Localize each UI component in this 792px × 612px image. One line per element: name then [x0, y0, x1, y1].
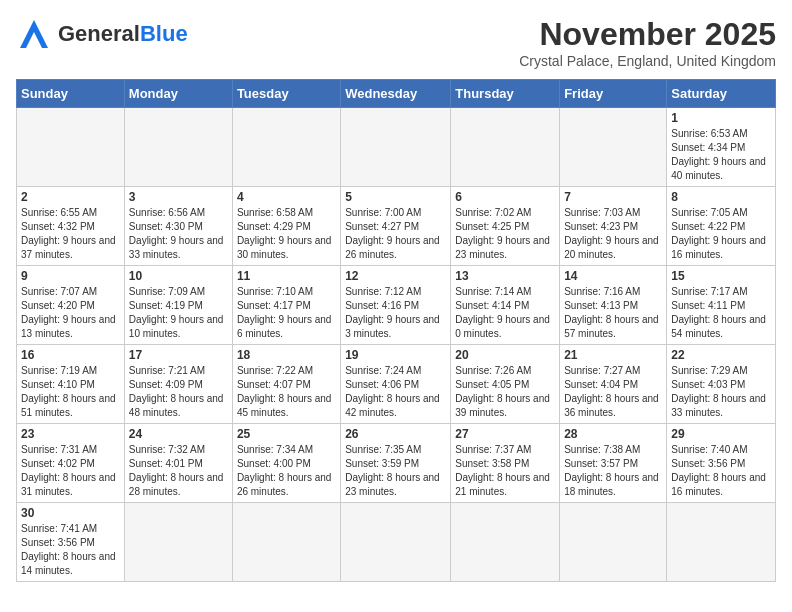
day-number: 20 — [455, 348, 555, 362]
calendar-day-cell: 8Sunrise: 7:05 AM Sunset: 4:22 PM Daylig… — [667, 187, 776, 266]
calendar-day-cell: 7Sunrise: 7:03 AM Sunset: 4:23 PM Daylig… — [560, 187, 667, 266]
day-number: 6 — [455, 190, 555, 204]
day-info: Sunrise: 7:41 AM Sunset: 3:56 PM Dayligh… — [21, 522, 120, 578]
calendar-day-cell — [232, 503, 340, 582]
day-number: 13 — [455, 269, 555, 283]
day-info: Sunrise: 7:02 AM Sunset: 4:25 PM Dayligh… — [455, 206, 555, 262]
day-info: Sunrise: 7:21 AM Sunset: 4:09 PM Dayligh… — [129, 364, 228, 420]
calendar-header-monday: Monday — [124, 80, 232, 108]
day-info: Sunrise: 7:00 AM Sunset: 4:27 PM Dayligh… — [345, 206, 446, 262]
day-info: Sunrise: 7:37 AM Sunset: 3:58 PM Dayligh… — [455, 443, 555, 499]
day-info: Sunrise: 7:26 AM Sunset: 4:05 PM Dayligh… — [455, 364, 555, 420]
calendar-day-cell: 19Sunrise: 7:24 AM Sunset: 4:06 PM Dayli… — [341, 345, 451, 424]
day-info: Sunrise: 7:27 AM Sunset: 4:04 PM Dayligh… — [564, 364, 662, 420]
calendar-day-cell: 3Sunrise: 6:56 AM Sunset: 4:30 PM Daylig… — [124, 187, 232, 266]
day-info: Sunrise: 7:19 AM Sunset: 4:10 PM Dayligh… — [21, 364, 120, 420]
day-info: Sunrise: 7:24 AM Sunset: 4:06 PM Dayligh… — [345, 364, 446, 420]
day-number: 25 — [237, 427, 336, 441]
day-number: 8 — [671, 190, 771, 204]
calendar-header-thursday: Thursday — [451, 80, 560, 108]
calendar-day-cell — [17, 108, 125, 187]
calendar-week-row: 1Sunrise: 6:53 AM Sunset: 4:34 PM Daylig… — [17, 108, 776, 187]
day-info: Sunrise: 7:14 AM Sunset: 4:14 PM Dayligh… — [455, 285, 555, 341]
day-info: Sunrise: 7:35 AM Sunset: 3:59 PM Dayligh… — [345, 443, 446, 499]
day-info: Sunrise: 7:16 AM Sunset: 4:13 PM Dayligh… — [564, 285, 662, 341]
calendar-day-cell — [124, 503, 232, 582]
calendar-day-cell: 10Sunrise: 7:09 AM Sunset: 4:19 PM Dayli… — [124, 266, 232, 345]
day-number: 16 — [21, 348, 120, 362]
day-number: 1 — [671, 111, 771, 125]
day-info: Sunrise: 7:34 AM Sunset: 4:00 PM Dayligh… — [237, 443, 336, 499]
calendar-week-row: 30Sunrise: 7:41 AM Sunset: 3:56 PM Dayli… — [17, 503, 776, 582]
calendar-day-cell: 21Sunrise: 7:27 AM Sunset: 4:04 PM Dayli… — [560, 345, 667, 424]
day-number: 7 — [564, 190, 662, 204]
calendar-day-cell: 13Sunrise: 7:14 AM Sunset: 4:14 PM Dayli… — [451, 266, 560, 345]
day-number: 4 — [237, 190, 336, 204]
calendar-day-cell: 1Sunrise: 6:53 AM Sunset: 4:34 PM Daylig… — [667, 108, 776, 187]
calendar-day-cell: 28Sunrise: 7:38 AM Sunset: 3:57 PM Dayli… — [560, 424, 667, 503]
day-number: 3 — [129, 190, 228, 204]
calendar-day-cell — [124, 108, 232, 187]
day-number: 15 — [671, 269, 771, 283]
day-number: 22 — [671, 348, 771, 362]
calendar-day-cell — [232, 108, 340, 187]
day-number: 30 — [21, 506, 120, 520]
calendar-day-cell: 12Sunrise: 7:12 AM Sunset: 4:16 PM Dayli… — [341, 266, 451, 345]
month-title: November 2025 — [519, 16, 776, 53]
day-number: 24 — [129, 427, 228, 441]
calendar-header-friday: Friday — [560, 80, 667, 108]
calendar-day-cell — [451, 108, 560, 187]
day-number: 27 — [455, 427, 555, 441]
day-info: Sunrise: 7:31 AM Sunset: 4:02 PM Dayligh… — [21, 443, 120, 499]
day-number: 19 — [345, 348, 446, 362]
calendar-day-cell — [341, 503, 451, 582]
calendar-day-cell: 17Sunrise: 7:21 AM Sunset: 4:09 PM Dayli… — [124, 345, 232, 424]
day-info: Sunrise: 6:58 AM Sunset: 4:29 PM Dayligh… — [237, 206, 336, 262]
calendar-day-cell: 5Sunrise: 7:00 AM Sunset: 4:27 PM Daylig… — [341, 187, 451, 266]
day-number: 9 — [21, 269, 120, 283]
calendar-header-wednesday: Wednesday — [341, 80, 451, 108]
calendar-week-row: 23Sunrise: 7:31 AM Sunset: 4:02 PM Dayli… — [17, 424, 776, 503]
calendar-day-cell: 29Sunrise: 7:40 AM Sunset: 3:56 PM Dayli… — [667, 424, 776, 503]
day-info: Sunrise: 7:07 AM Sunset: 4:20 PM Dayligh… — [21, 285, 120, 341]
day-info: Sunrise: 7:32 AM Sunset: 4:01 PM Dayligh… — [129, 443, 228, 499]
calendar-day-cell: 14Sunrise: 7:16 AM Sunset: 4:13 PM Dayli… — [560, 266, 667, 345]
calendar-week-row: 2Sunrise: 6:55 AM Sunset: 4:32 PM Daylig… — [17, 187, 776, 266]
day-number: 26 — [345, 427, 446, 441]
day-info: Sunrise: 7:10 AM Sunset: 4:17 PM Dayligh… — [237, 285, 336, 341]
day-number: 18 — [237, 348, 336, 362]
calendar-day-cell — [341, 108, 451, 187]
calendar-day-cell: 15Sunrise: 7:17 AM Sunset: 4:11 PM Dayli… — [667, 266, 776, 345]
calendar-day-cell — [560, 503, 667, 582]
day-info: Sunrise: 7:38 AM Sunset: 3:57 PM Dayligh… — [564, 443, 662, 499]
calendar-day-cell: 9Sunrise: 7:07 AM Sunset: 4:20 PM Daylig… — [17, 266, 125, 345]
day-info: Sunrise: 7:17 AM Sunset: 4:11 PM Dayligh… — [671, 285, 771, 341]
day-number: 12 — [345, 269, 446, 283]
day-number: 17 — [129, 348, 228, 362]
calendar-day-cell: 4Sunrise: 6:58 AM Sunset: 4:29 PM Daylig… — [232, 187, 340, 266]
calendar-day-cell: 6Sunrise: 7:02 AM Sunset: 4:25 PM Daylig… — [451, 187, 560, 266]
calendar-day-cell: 27Sunrise: 7:37 AM Sunset: 3:58 PM Dayli… — [451, 424, 560, 503]
calendar-week-row: 16Sunrise: 7:19 AM Sunset: 4:10 PM Dayli… — [17, 345, 776, 424]
day-info: Sunrise: 6:53 AM Sunset: 4:34 PM Dayligh… — [671, 127, 771, 183]
calendar-day-cell: 16Sunrise: 7:19 AM Sunset: 4:10 PM Dayli… — [17, 345, 125, 424]
day-info: Sunrise: 7:40 AM Sunset: 3:56 PM Dayligh… — [671, 443, 771, 499]
calendar-day-cell: 18Sunrise: 7:22 AM Sunset: 4:07 PM Dayli… — [232, 345, 340, 424]
day-number: 23 — [21, 427, 120, 441]
calendar-header-sunday: Sunday — [17, 80, 125, 108]
day-info: Sunrise: 7:12 AM Sunset: 4:16 PM Dayligh… — [345, 285, 446, 341]
title-area: November 2025 Crystal Palace, England, U… — [519, 16, 776, 69]
day-number: 21 — [564, 348, 662, 362]
day-info: Sunrise: 7:22 AM Sunset: 4:07 PM Dayligh… — [237, 364, 336, 420]
location-subtitle: Crystal Palace, England, United Kingdom — [519, 53, 776, 69]
day-number: 10 — [129, 269, 228, 283]
day-number: 29 — [671, 427, 771, 441]
calendar-day-cell — [451, 503, 560, 582]
calendar-table: SundayMondayTuesdayWednesdayThursdayFrid… — [16, 79, 776, 582]
logo-icon — [16, 16, 52, 52]
logo-text: GeneralBlue — [58, 23, 188, 45]
calendar-day-cell: 23Sunrise: 7:31 AM Sunset: 4:02 PM Dayli… — [17, 424, 125, 503]
calendar-day-cell: 2Sunrise: 6:55 AM Sunset: 4:32 PM Daylig… — [17, 187, 125, 266]
logo-blue: Blue — [140, 21, 188, 46]
day-number: 11 — [237, 269, 336, 283]
